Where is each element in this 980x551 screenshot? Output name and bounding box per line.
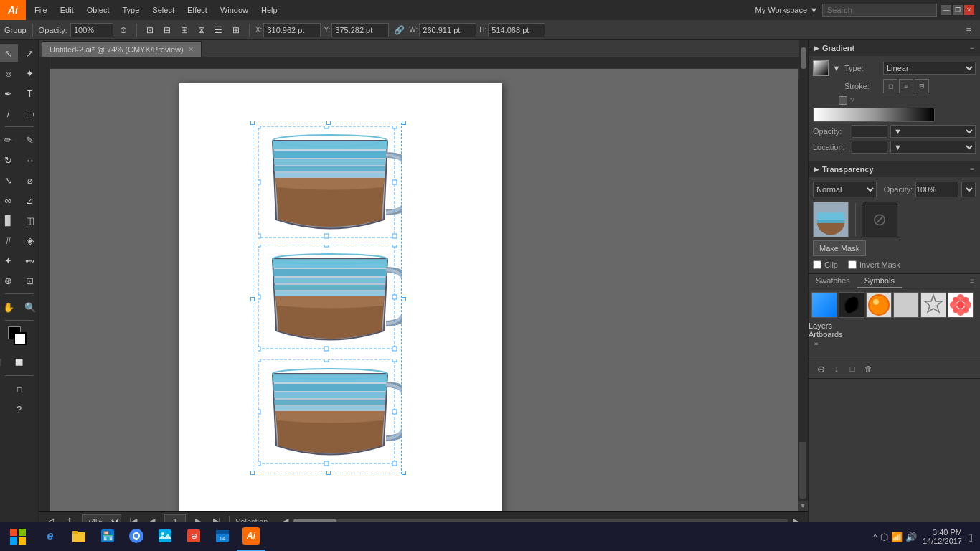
swatch-grey[interactable] [893,292,919,318]
menu-file[interactable]: File [29,4,53,17]
measure-tool[interactable]: ⊷ [21,251,39,270]
scroll-down[interactable]: ▼ [798,501,808,511]
gradient-opacity-input[interactable] [852,125,887,138]
select-tool[interactable]: ↖ [0,44,18,62]
tab-close-button[interactable]: ✕ [188,45,194,53]
show-desktop-icon[interactable]: ▯ [968,532,973,542]
magic-wand-tool[interactable]: ✦ [21,64,39,83]
taskbar-explorer[interactable] [65,522,93,551]
layers-panel-options[interactable]: ≡ [809,336,824,350]
taskbar-illustrator[interactable]: Ai [237,522,265,551]
taskbar-calendar[interactable]: 14 [208,522,237,551]
restore-button[interactable]: ❐ [953,5,963,15]
gradient-tool[interactable]: ◈ [21,231,39,250]
network-icon[interactable]: 📶 [891,532,903,542]
w-input[interactable] [419,23,476,37]
dropbox-icon[interactable]: ⬡ [880,532,888,542]
minimize-button[interactable]: — [941,5,951,15]
menu-object[interactable]: Object [81,4,116,17]
pen-tool[interactable]: ✒ [0,84,18,103]
clip-checkbox[interactable] [813,260,821,269]
menu-effect[interactable]: Effect [182,4,213,17]
artboard-tool[interactable]: ⊡ [21,271,39,290]
taskbar-photos[interactable] [151,522,179,551]
gradient-opacity-select[interactable]: ▼ [890,125,976,138]
opacity-select-t[interactable]: ▼ [961,182,976,197]
search-input[interactable] [822,4,937,17]
transparency-panel-header[interactable]: ▶ Transparency ≡ [809,161,980,177]
scale-tool[interactable]: ⤡ [0,171,18,189]
make-sublayer-icon[interactable]: ↓ [830,362,843,375]
delete-layer-icon[interactable]: 🗑 [862,362,875,375]
line-tool[interactable]: / [0,104,18,123]
pencil-tool[interactable]: ✎ [21,131,39,149]
graph-tool[interactable]: ⊿ [21,191,39,209]
grid-icon[interactable]: ⊞ [229,23,243,37]
document-tab[interactable]: Untitled-2.ai* @ 74% (CMYK/Preview) ✕ [42,41,202,57]
gradient-arrow[interactable]: ▼ [831,60,842,76]
gradient-location-select[interactable]: ▼ [890,141,976,154]
chevron-up-icon[interactable]: ^ [873,532,877,542]
stroke-icon-3[interactable]: ⊟ [915,79,929,93]
swatch-gear[interactable] [920,292,946,318]
swatches-options[interactable]: ≡ [964,274,980,288]
opacity-input[interactable] [70,23,113,37]
gradient-mode[interactable]: ⬜ [10,353,29,372]
mesh-tool[interactable]: # [0,231,18,250]
volume-icon[interactable]: 🔊 [905,532,917,542]
distribute-icon[interactable]: ☰ [212,23,226,37]
taskbar-maps[interactable]: ⊕ [179,522,208,551]
h-input[interactable] [488,23,545,37]
swatch-flower[interactable] [948,292,974,318]
hand-tool[interactable]: ✋ [0,298,18,316]
opacity-icon[interactable]: ⊙ [116,23,131,37]
lasso-tool[interactable]: ⌾ [0,64,18,83]
direct-select-tool[interactable]: ↗ [21,44,39,62]
gradient-panel-options[interactable]: ≡ [970,44,974,52]
transparency-panel-options[interactable]: ≡ [970,166,974,174]
blend-mode-select[interactable]: Normal Dissolve Multiply Screen Overlay [813,182,877,197]
warp-tool[interactable]: ⌀ [21,171,39,189]
start-button[interactable] [0,522,36,551]
eyedropper-tool[interactable]: ✦ [0,251,18,270]
menu-edit[interactable]: Edit [55,4,80,17]
rect-tool[interactable]: ▭ [21,104,39,123]
layers-tab[interactable]: Layers [809,321,980,330]
taskbar-store[interactable]: 🏪 [93,522,122,551]
stroke-icon-1[interactable]: ◻ [883,79,897,93]
gradient-type-select[interactable]: Linear Radial [883,62,976,75]
gradient-panel-header[interactable]: ▶ Gradient ≡ [809,40,980,56]
align-right-icon[interactable]: ⊠ [194,23,209,37]
stroke-icon-2[interactable]: ≡ [899,79,913,93]
make-mask-button[interactable]: Make Mask [813,240,866,256]
swatch-blue[interactable] [811,292,837,318]
close-button[interactable]: ✕ [964,5,974,15]
column-graph-tool[interactable]: ▊ [0,211,18,230]
blend-tool[interactable]: ∞ [0,191,18,209]
artboards-tab[interactable]: Artboards [809,330,980,339]
reflect-tool[interactable]: ↔ [21,151,39,169]
x-input[interactable] [263,23,321,37]
color-mode[interactable]: ⬛ [0,353,7,372]
align-center-icon[interactable]: ⊞ [177,23,192,37]
align-left-icon[interactable]: ⊟ [160,23,174,37]
paintbrush-tool[interactable]: ✏ [0,131,18,149]
gradient-swatch[interactable] [813,60,829,76]
gradient-mini-swatch[interactable] [839,96,847,105]
canvas-scroll[interactable] [50,69,808,511]
canvas-container[interactable]: ▲ ▼ [50,69,808,511]
swatch-black[interactable] [839,292,864,318]
bar-graph-tool[interactable]: ◫ [21,211,39,230]
invert-mask-checkbox[interactable] [848,260,857,269]
more-icon[interactable]: ≡ [961,23,976,37]
menu-window[interactable]: Window [215,4,254,17]
type-tool[interactable]: T [21,84,39,103]
swatch-orange[interactable] [866,292,892,318]
transform-icon[interactable]: ⊡ [143,23,157,37]
new-layer-icon[interactable]: □ [846,362,859,375]
stroke-color[interactable] [14,332,27,345]
gradient-strip[interactable] [813,108,935,122]
y-input[interactable] [331,23,389,37]
swatches-tab[interactable]: Swatches [809,274,857,288]
menu-type[interactable]: Type [117,4,146,17]
